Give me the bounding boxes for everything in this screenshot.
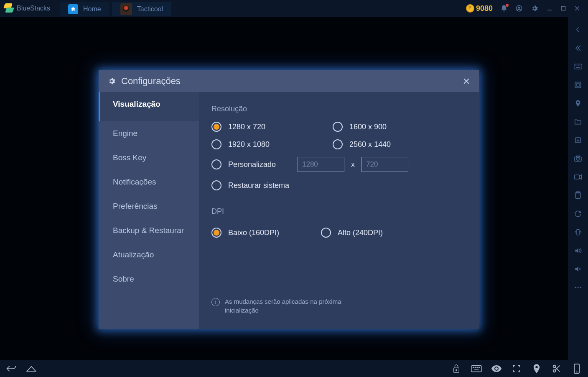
close-modal-button[interactable]	[462, 77, 471, 85]
fullscreen-icon[interactable]	[510, 362, 523, 375]
device-icon[interactable]	[570, 362, 583, 375]
tab-home-label: Home	[83, 5, 101, 13]
keyboard-bottom-icon[interactable]	[470, 362, 483, 375]
eye-icon[interactable]	[490, 362, 503, 375]
svg-rect-15	[577, 84, 579, 86]
radio-icon	[321, 228, 331, 238]
tab-tacticool-label: Tacticool	[137, 5, 163, 13]
svg-rect-14	[575, 82, 581, 88]
radio-label: 1920 x 1080	[228, 140, 270, 149]
svg-point-19	[577, 158, 579, 160]
info-note: i As mudanças serão aplicadas na próxima…	[211, 297, 359, 315]
svg-rect-3	[561, 6, 565, 10]
sidebar-item-engine[interactable]: Engine	[99, 121, 199, 146]
svg-rect-21	[575, 175, 580, 179]
sidebar-item-notificacoes[interactable]: Notificações	[99, 170, 199, 194]
maximize-window-icon[interactable]	[560, 5, 566, 11]
radio-label: Alto (240DPI)	[338, 228, 383, 237]
settings-icon[interactable]	[530, 4, 539, 13]
radio-icon	[333, 122, 343, 132]
resolution-option-1920x1080[interactable]: 1920 x 1080	[211, 139, 328, 149]
volume-up-icon[interactable]	[573, 245, 583, 256]
svg-point-32	[575, 287, 576, 288]
radio-icon	[333, 139, 343, 149]
lock-icon[interactable]	[450, 362, 463, 375]
volume-down-icon[interactable]	[573, 264, 583, 274]
chevron-left-icon[interactable]	[573, 24, 583, 35]
resolution-option-restore[interactable]: Restaurar sistema	[211, 180, 466, 190]
collapse-icon[interactable]	[573, 43, 583, 54]
sidebar-item-preferencias[interactable]: Preferências	[99, 194, 199, 218]
svg-rect-37	[471, 366, 481, 372]
location-bottom-icon[interactable]	[530, 362, 543, 375]
resolution-option-1600x900[interactable]: 1600 x 900	[333, 122, 450, 132]
coin-value: 9080	[476, 4, 493, 13]
coin-balance[interactable]: 9080	[466, 4, 493, 13]
dpi-option-high[interactable]: Alto (240DPI)	[321, 228, 383, 238]
dpi-option-low[interactable]: Baixo (160DPI)	[211, 228, 279, 238]
radio-label: Personalizado	[228, 160, 291, 169]
folder-icon[interactable]	[573, 116, 583, 127]
settings-content: Resolução 1280 x 720 1600 x 900 1920 x 1…	[199, 92, 479, 329]
back-icon[interactable]	[5, 362, 18, 375]
sidebar-item-visualizacao[interactable]: Visualização	[99, 92, 199, 121]
brand-cluster: BlueStacks	[3, 3, 59, 13]
svg-rect-8	[574, 64, 582, 69]
minimize-window-icon[interactable]	[546, 5, 553, 12]
window-title-bar: BlueStacks Home Tacticool 9080	[0, 0, 588, 17]
sidebar-item-atualizacao[interactable]: Atualização	[99, 243, 199, 267]
pin-icon[interactable]	[573, 98, 583, 109]
settings-modal: Configurações Visualização Engine Boss K…	[99, 70, 479, 329]
svg-marker-31	[575, 267, 578, 272]
record-icon[interactable]	[573, 172, 583, 182]
tab-tacticool[interactable]: Tacticool	[112, 2, 171, 16]
radio-icon	[211, 228, 221, 238]
apk-icon[interactable]	[573, 135, 583, 146]
svg-point-36	[456, 369, 457, 371]
account-icon[interactable]	[515, 5, 523, 12]
crop-icon[interactable]	[573, 80, 583, 90]
camera-icon[interactable]	[573, 153, 583, 164]
sidebar-item-backup[interactable]: Backup & Restaurar	[99, 218, 199, 243]
custom-width-input[interactable]	[298, 157, 344, 172]
clipboard-icon[interactable]	[573, 190, 583, 201]
resolution-label: Resolução	[211, 105, 466, 113]
resolution-option-2560x1440[interactable]: 2560 x 1440	[333, 139, 450, 149]
sidebar-item-bosskey[interactable]: Boss Key	[99, 146, 199, 170]
resolution-option-custom[interactable]: Personalizado x	[211, 157, 450, 172]
brand-name: BlueStacks	[17, 5, 50, 12]
radio-label: Baixo (160DPI)	[228, 228, 279, 237]
resolution-grid: 1280 x 720 1600 x 900 1920 x 1080 2560 x…	[211, 122, 466, 172]
radio-icon	[211, 159, 221, 169]
notifications-icon[interactable]	[500, 5, 508, 12]
keyboard-icon[interactable]	[573, 61, 583, 72]
rotate-icon[interactable]	[573, 208, 583, 219]
svg-marker-30	[575, 248, 578, 253]
settings-sidebar: Visualização Engine Boss Key Notificaçõe…	[99, 92, 199, 329]
tab-home[interactable]: Home	[60, 2, 109, 16]
svg-point-34	[580, 287, 581, 288]
more-icon[interactable]	[573, 282, 583, 293]
radio-icon	[211, 180, 221, 190]
scissors-icon[interactable]	[550, 362, 563, 375]
dpi-block: DPI Baixo (160DPI) Alto (240DPI)	[211, 207, 466, 238]
tacticool-app-icon	[120, 3, 132, 15]
info-icon: i	[211, 298, 220, 306]
modal-title: Configurações	[121, 76, 181, 87]
modal-header: Configurações	[99, 70, 479, 92]
modal-body: Visualização Engine Boss Key Notificaçõe…	[99, 92, 479, 329]
sidebar-item-sobre[interactable]: Sobre	[99, 267, 199, 291]
shake-icon[interactable]	[573, 227, 583, 238]
coin-icon	[466, 4, 474, 13]
home-icon	[68, 4, 78, 14]
svg-point-1	[518, 7, 520, 9]
svg-point-41	[479, 367, 480, 368]
svg-point-44	[553, 370, 556, 372]
radio-icon	[211, 139, 221, 149]
custom-height-input[interactable]	[361, 157, 408, 172]
close-window-icon[interactable]	[574, 5, 580, 12]
resolution-option-1280x720[interactable]: 1280 x 720	[211, 122, 328, 132]
radio-icon	[211, 122, 221, 132]
svg-marker-22	[579, 175, 581, 179]
android-home-icon[interactable]	[25, 362, 38, 375]
